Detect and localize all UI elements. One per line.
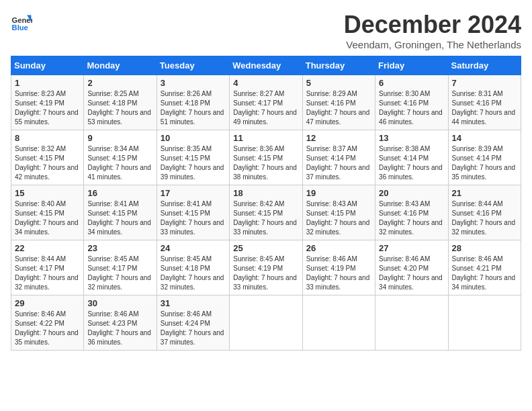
calendar-cell: 30Sunrise: 8:46 AMSunset: 4:23 PMDayligh… [84, 295, 157, 351]
day-number: 15 [15, 188, 80, 198]
day-number: 20 [379, 188, 444, 198]
logo-icon: General Blue [11, 11, 32, 32]
calendar-cell [230, 295, 302, 351]
calendar-week-row: 22Sunrise: 8:44 AMSunset: 4:17 PMDayligh… [11, 240, 521, 295]
calendar-cell: 5Sunrise: 8:29 AMSunset: 4:16 PMDaylight… [302, 75, 375, 130]
day-number: 18 [233, 188, 298, 198]
day-number: 2 [87, 78, 152, 88]
day-number: 13 [379, 133, 444, 143]
calendar-cell: 1Sunrise: 8:23 AMSunset: 4:19 PMDaylight… [11, 75, 84, 130]
day-number: 7 [452, 78, 517, 88]
calendar-cell: 8Sunrise: 8:32 AMSunset: 4:15 PMDaylight… [11, 130, 84, 185]
day-header-thursday: Thursday [302, 56, 375, 75]
calendar-cell: 28Sunrise: 8:46 AMSunset: 4:21 PMDayligh… [448, 240, 521, 295]
calendar-cell [448, 295, 521, 351]
calendar-cell: 7Sunrise: 8:31 AMSunset: 4:16 PMDaylight… [448, 75, 521, 130]
calendar-cell: 19Sunrise: 8:43 AMSunset: 4:15 PMDayligh… [302, 185, 375, 240]
day-info: Sunrise: 8:46 AMSunset: 4:24 PMDaylight:… [161, 310, 224, 346]
day-info: Sunrise: 8:32 AMSunset: 4:15 PMDaylight:… [15, 145, 79, 181]
day-info: Sunrise: 8:39 AMSunset: 4:14 PMDaylight:… [452, 145, 516, 181]
day-info: Sunrise: 8:23 AMSunset: 4:19 PMDaylight:… [15, 90, 79, 126]
day-number: 14 [452, 133, 517, 143]
day-number: 3 [161, 78, 226, 88]
day-number: 1 [15, 78, 80, 88]
svg-text:Blue: Blue [12, 24, 28, 32]
day-number: 19 [306, 188, 371, 198]
day-info: Sunrise: 8:46 AMSunset: 4:19 PMDaylight:… [306, 255, 370, 291]
calendar-week-row: 1Sunrise: 8:23 AMSunset: 4:19 PMDaylight… [11, 75, 521, 130]
calendar-cell: 14Sunrise: 8:39 AMSunset: 4:14 PMDayligh… [448, 130, 521, 185]
day-info: Sunrise: 8:41 AMSunset: 4:15 PMDaylight:… [87, 200, 151, 236]
day-info: Sunrise: 8:30 AMSunset: 4:16 PMDaylight:… [379, 90, 443, 126]
day-info: Sunrise: 8:35 AMSunset: 4:15 PMDaylight:… [161, 145, 224, 181]
calendar-cell: 11Sunrise: 8:36 AMSunset: 4:15 PMDayligh… [230, 130, 302, 185]
day-info: Sunrise: 8:46 AMSunset: 4:20 PMDaylight:… [379, 255, 443, 291]
day-info: Sunrise: 8:45 AMSunset: 4:17 PMDaylight:… [87, 255, 151, 291]
calendar-cell [302, 295, 375, 351]
day-info: Sunrise: 8:27 AMSunset: 4:17 PMDaylight:… [233, 90, 297, 126]
calendar-cell: 31Sunrise: 8:46 AMSunset: 4:24 PMDayligh… [157, 295, 229, 351]
day-header-friday: Friday [375, 56, 448, 75]
day-number: 31 [161, 298, 226, 308]
day-info: Sunrise: 8:41 AMSunset: 4:15 PMDaylight:… [161, 200, 224, 236]
day-header-wednesday: Wednesday [230, 56, 302, 75]
day-info: Sunrise: 8:34 AMSunset: 4:15 PMDaylight:… [87, 145, 151, 181]
calendar-cell: 20Sunrise: 8:43 AMSunset: 4:16 PMDayligh… [375, 185, 448, 240]
day-info: Sunrise: 8:37 AMSunset: 4:14 PMDaylight:… [306, 145, 370, 181]
day-number: 27 [379, 243, 444, 253]
calendar-cell: 17Sunrise: 8:41 AMSunset: 4:15 PMDayligh… [157, 185, 229, 240]
day-number: 24 [161, 243, 226, 253]
day-number: 12 [306, 133, 371, 143]
day-info: Sunrise: 8:44 AMSunset: 4:16 PMDaylight:… [452, 200, 516, 236]
calendar-cell: 4Sunrise: 8:27 AMSunset: 4:17 PMDaylight… [230, 75, 302, 130]
day-number: 9 [87, 133, 152, 143]
day-number: 30 [87, 298, 152, 308]
day-info: Sunrise: 8:29 AMSunset: 4:16 PMDaylight:… [306, 90, 370, 126]
calendar-week-row: 15Sunrise: 8:40 AMSunset: 4:15 PMDayligh… [11, 185, 521, 240]
calendar-cell: 16Sunrise: 8:41 AMSunset: 4:15 PMDayligh… [84, 185, 157, 240]
calendar-cell: 3Sunrise: 8:26 AMSunset: 4:18 PMDaylight… [157, 75, 229, 130]
day-info: Sunrise: 8:45 AMSunset: 4:19 PMDaylight:… [233, 255, 297, 291]
month-title: December 2024 [344, 11, 521, 39]
day-header-tuesday: Tuesday [157, 56, 229, 75]
day-header-sunday: Sunday [11, 56, 84, 75]
day-header-monday: Monday [84, 56, 157, 75]
day-info: Sunrise: 8:46 AMSunset: 4:23 PMDaylight:… [87, 310, 151, 346]
calendar-cell: 2Sunrise: 8:25 AMSunset: 4:18 PMDaylight… [84, 75, 157, 130]
title-area: December 2024 Veendam, Groningen, The Ne… [344, 11, 521, 50]
day-info: Sunrise: 8:26 AMSunset: 4:18 PMDaylight:… [161, 90, 224, 126]
calendar-cell: 25Sunrise: 8:45 AMSunset: 4:19 PMDayligh… [230, 240, 302, 295]
logo: General Blue [11, 11, 32, 32]
day-info: Sunrise: 8:46 AMSunset: 4:21 PMDaylight:… [452, 255, 516, 291]
calendar-week-row: 8Sunrise: 8:32 AMSunset: 4:15 PMDaylight… [11, 130, 521, 185]
calendar-header-row: SundayMondayTuesdayWednesdayThursdayFrid… [11, 56, 521, 75]
day-info: Sunrise: 8:38 AMSunset: 4:14 PMDaylight:… [379, 145, 443, 181]
day-info: Sunrise: 8:25 AMSunset: 4:18 PMDaylight:… [87, 90, 151, 126]
day-number: 16 [87, 188, 152, 198]
day-number: 5 [306, 78, 371, 88]
day-number: 25 [233, 243, 298, 253]
calendar-cell: 12Sunrise: 8:37 AMSunset: 4:14 PMDayligh… [302, 130, 375, 185]
day-info: Sunrise: 8:44 AMSunset: 4:17 PMDaylight:… [15, 255, 79, 291]
calendar-cell: 27Sunrise: 8:46 AMSunset: 4:20 PMDayligh… [375, 240, 448, 295]
day-number: 29 [15, 298, 80, 308]
day-number: 21 [452, 188, 517, 198]
day-header-saturday: Saturday [448, 56, 521, 75]
page-header: General Blue December 2024 Veendam, Gron… [11, 11, 521, 50]
calendar-cell: 15Sunrise: 8:40 AMSunset: 4:15 PMDayligh… [11, 185, 84, 240]
calendar-table: SundayMondayTuesdayWednesdayThursdayFrid… [11, 56, 521, 351]
calendar-week-row: 29Sunrise: 8:46 AMSunset: 4:22 PMDayligh… [11, 295, 521, 351]
day-number: 28 [452, 243, 517, 253]
calendar-cell: 24Sunrise: 8:45 AMSunset: 4:18 PMDayligh… [157, 240, 229, 295]
calendar-cell: 18Sunrise: 8:42 AMSunset: 4:15 PMDayligh… [230, 185, 302, 240]
day-info: Sunrise: 8:43 AMSunset: 4:16 PMDaylight:… [379, 200, 443, 236]
day-number: 23 [87, 243, 152, 253]
day-info: Sunrise: 8:36 AMSunset: 4:15 PMDaylight:… [233, 145, 297, 181]
day-info: Sunrise: 8:42 AMSunset: 4:15 PMDaylight:… [233, 200, 297, 236]
day-info: Sunrise: 8:46 AMSunset: 4:22 PMDaylight:… [15, 310, 79, 346]
location-subtitle: Veendam, Groningen, The Netherlands [344, 39, 521, 50]
day-number: 11 [233, 133, 298, 143]
calendar-cell: 13Sunrise: 8:38 AMSunset: 4:14 PMDayligh… [375, 130, 448, 185]
day-number: 22 [15, 243, 80, 253]
day-number: 17 [161, 188, 226, 198]
